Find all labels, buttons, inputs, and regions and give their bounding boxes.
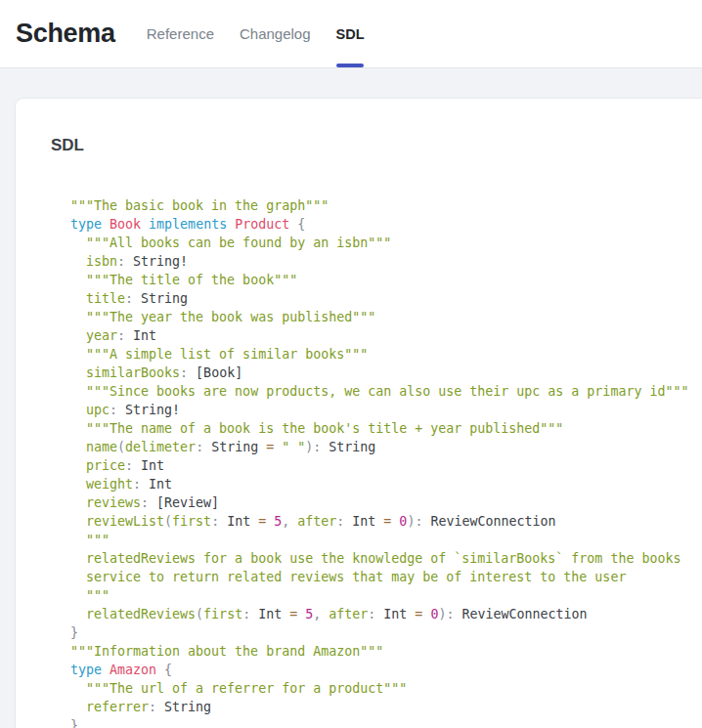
code-line: reviewList(first: Int = 5, after: Int = … — [70, 512, 677, 531]
code-line: """Information about the brand Amazon""" — [70, 642, 677, 661]
code-line: """Since books are now products, we can … — [70, 382, 677, 401]
code-line: type Amazon { — [70, 661, 677, 679]
code-line: """The url of a referrer for a product""… — [70, 679, 677, 698]
code-line: """The basic book in the graph""" — [70, 196, 677, 215]
sdl-card: SDL """The basic book in the graph"""typ… — [16, 99, 702, 728]
page-title: Schema — [16, 19, 115, 49]
card-heading: SDL — [51, 136, 677, 155]
code-line: relatedReviews for a book use the knowle… — [70, 549, 677, 568]
code-line: isbn: String! — [70, 252, 677, 271]
code-line: """ — [70, 586, 677, 605]
code-line: relatedReviews(first: Int = 5, after: In… — [70, 605, 677, 623]
code-line: title: String — [70, 289, 677, 308]
tab-sdl[interactable]: SDL — [334, 0, 367, 67]
code-line: reviews: [Review] — [70, 493, 677, 512]
tabs: ReferenceChangelogSDL — [145, 0, 367, 67]
code-line: weight: Int — [70, 475, 677, 493]
code-line: upc: String! — [70, 401, 677, 419]
code-line: year: Int — [70, 326, 677, 345]
code-line: price: Int — [70, 456, 677, 475]
sdl-code: """The basic book in the graph"""type Bo… — [70, 196, 677, 728]
code-line: name(delimeter: String = " "): String — [70, 438, 677, 456]
code-line: service to return related reviews that m… — [70, 568, 677, 586]
code-line: referrer: String — [70, 698, 677, 716]
code-line: """All books can be found by an isbn""" — [70, 234, 677, 252]
code-line: """A simple list of similar books""" — [70, 345, 677, 364]
tab-reference[interactable]: Reference — [145, 0, 216, 67]
code-line: } — [70, 623, 677, 642]
tab-changelog[interactable]: Changelog — [238, 0, 313, 67]
code-line: """The name of a book is the book's titl… — [70, 419, 677, 438]
code-line: type Book implements Product { — [70, 215, 677, 234]
code-line: } — [70, 716, 677, 728]
code-line: """The year the book was published""" — [70, 308, 677, 326]
app-header: Schema ReferenceChangelogSDL — [0, 0, 702, 68]
code-line: """ — [70, 531, 677, 549]
code-line: """The title of the book""" — [70, 271, 677, 289]
code-line: similarBooks: [Book] — [70, 364, 677, 382]
